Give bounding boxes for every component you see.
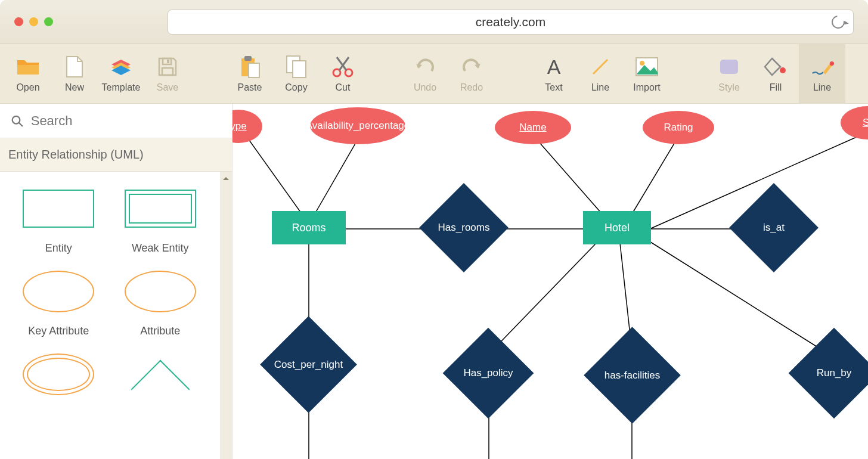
sidebar: Entity Relationship (UML) Entity Weak En… xyxy=(0,104,232,459)
svg-line-22 xyxy=(313,139,358,217)
relationship-is-at[interactable]: is_at xyxy=(742,196,805,259)
new-button[interactable]: New xyxy=(51,44,98,104)
import-button[interactable]: Import xyxy=(624,44,670,104)
connector-lines xyxy=(232,104,868,459)
svg-line-31 xyxy=(489,243,596,354)
browser-chrome: creately.com xyxy=(0,0,868,44)
url-bar[interactable]: creately.com xyxy=(168,10,854,35)
diagram-canvas[interactable]: ype Availability_percentage Name Rating … xyxy=(232,104,868,459)
paste-button[interactable]: Paste xyxy=(227,44,273,104)
svg-rect-4 xyxy=(244,56,252,61)
maximize-window-button[interactable] xyxy=(44,17,53,26)
entity-rooms[interactable]: Rooms xyxy=(272,211,346,244)
paste-icon xyxy=(238,55,262,79)
relationship-has-rooms[interactable]: Has_rooms xyxy=(432,196,495,259)
relationship-has-facilities[interactable]: has-facilities xyxy=(598,341,666,410)
search-row xyxy=(0,104,232,138)
relationship-cost-per-night[interactable]: Cost_per_night xyxy=(274,330,343,399)
shape-entity[interactable]: Entity xyxy=(11,187,107,255)
attribute-rating[interactable]: Rating xyxy=(643,111,714,144)
save-icon xyxy=(156,55,179,79)
redo-icon xyxy=(460,55,483,79)
svg-rect-2 xyxy=(162,68,173,75)
refresh-icon[interactable] xyxy=(829,13,848,31)
svg-rect-1 xyxy=(167,60,169,63)
copy-button[interactable]: Copy xyxy=(273,44,320,104)
shape-scrollbar[interactable] xyxy=(220,172,232,459)
attribute-name[interactable]: Name xyxy=(495,111,571,144)
line-tool-button[interactable]: Line xyxy=(577,44,624,104)
svg-line-21 xyxy=(244,134,304,217)
undo-button[interactable]: Undo xyxy=(402,44,448,104)
svg-point-17 xyxy=(780,67,786,73)
template-icon xyxy=(109,55,133,79)
new-file-icon xyxy=(63,55,86,79)
fill-button[interactable]: Fill xyxy=(752,44,799,104)
cut-button[interactable]: Cut xyxy=(320,44,366,104)
relationship-run-by[interactable]: Run_by xyxy=(802,341,866,405)
svg-point-19 xyxy=(13,116,20,123)
svg-line-20 xyxy=(19,122,23,126)
window-controls xyxy=(14,17,53,26)
style-icon xyxy=(717,55,741,79)
folder-icon xyxy=(16,55,40,79)
svg-point-18 xyxy=(830,61,834,65)
svg-line-26 xyxy=(534,137,602,214)
cut-icon xyxy=(331,55,355,79)
search-input[interactable] xyxy=(31,113,221,129)
svg-rect-5 xyxy=(249,63,259,77)
relationship-has-policy[interactable]: Has_policy xyxy=(456,341,520,405)
save-button[interactable]: Save xyxy=(144,44,191,104)
minimize-window-button[interactable] xyxy=(29,17,38,26)
shape-key-attribute[interactable]: Key Attribute xyxy=(11,270,107,337)
svg-line-27 xyxy=(632,137,678,214)
svg-rect-16 xyxy=(720,60,738,74)
fill-icon xyxy=(764,55,788,79)
open-button[interactable]: Open xyxy=(5,44,51,104)
shape-weak-entity[interactable]: Weak Entity xyxy=(113,187,209,255)
style-button[interactable]: Style xyxy=(706,44,752,104)
toolbar: Open New Template Save Paste Copy C xyxy=(0,44,868,104)
shape-palette: Entity Weak Entity Key Attribute Attribu… xyxy=(0,172,232,396)
svg-text:A: A xyxy=(547,56,561,77)
entity-hotel[interactable]: Hotel xyxy=(583,211,651,244)
attribute-availability[interactable]: Availability_percentage xyxy=(310,107,405,144)
shape-derived-attribute[interactable] xyxy=(11,353,107,396)
copy-icon xyxy=(284,55,308,79)
search-icon xyxy=(11,114,24,128)
svg-point-15 xyxy=(640,61,644,66)
svg-rect-7 xyxy=(293,61,306,77)
template-button[interactable]: Template xyxy=(98,44,144,104)
line-style-button[interactable]: Line xyxy=(799,44,845,104)
undo-icon xyxy=(413,55,437,79)
close-window-button[interactable] xyxy=(14,17,23,26)
import-icon xyxy=(635,55,659,79)
shape-section-header[interactable]: Entity Relationship (UML) xyxy=(0,138,232,172)
shape-attribute[interactable]: Attribute xyxy=(113,270,209,337)
shape-relationship[interactable] xyxy=(113,353,209,396)
text-icon: A xyxy=(542,55,566,79)
url-text: creately.com xyxy=(476,15,545,29)
text-button[interactable]: A Text xyxy=(531,44,577,104)
svg-line-13 xyxy=(593,60,607,74)
pencil-line-icon xyxy=(810,55,834,79)
redo-button[interactable]: Redo xyxy=(448,44,495,104)
line-icon xyxy=(588,55,612,79)
